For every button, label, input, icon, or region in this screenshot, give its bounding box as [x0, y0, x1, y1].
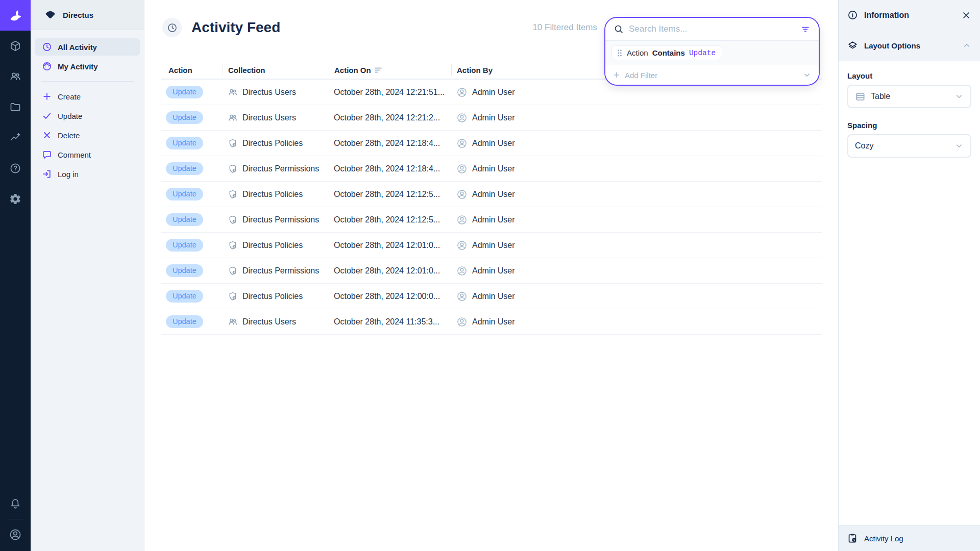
drag-handle-icon[interactable] [617, 49, 623, 57]
project-header[interactable]: Directus [31, 0, 144, 30]
collection-name: Directus Users [242, 113, 296, 122]
sidebar-link-login[interactable]: Log in [35, 164, 140, 184]
policy-icon [228, 189, 238, 199]
action-on-date: October 28th, 2024 12:18:4... [329, 139, 451, 148]
policy-icon [228, 215, 238, 225]
sort-descending-icon[interactable] [375, 67, 382, 73]
sidebar-divider [41, 81, 134, 82]
action-on-date: October 28th, 2024 12:12:5... [329, 190, 451, 199]
chevron-up-icon[interactable] [962, 41, 971, 50]
module-files[interactable] [0, 92, 31, 122]
action-by-user: Admin User [472, 241, 515, 250]
filter-field[interactable]: Action [627, 48, 648, 57]
action-on-date: October 28th, 2024 12:12:5... [329, 215, 451, 224]
table-row[interactable]: Update Directus Users October 28th, 2024… [161, 309, 822, 335]
layout-field-label: Layout [847, 71, 971, 80]
module-docs[interactable] [0, 153, 31, 184]
module-content[interactable] [0, 31, 31, 61]
search-input[interactable] [629, 24, 795, 34]
layout-options-section-header[interactable]: Layout Options [839, 30, 980, 61]
layout-select[interactable]: Table [847, 85, 971, 108]
search-row [605, 18, 819, 40]
sidebar-link-label: Delete [58, 131, 80, 140]
sidebar-link-delete[interactable]: Delete [35, 126, 140, 145]
table-layout-icon [855, 91, 866, 102]
users-icon [9, 70, 21, 83]
action-badge: Update [166, 290, 203, 303]
sidebar-item-my-activity[interactable]: My Activity [35, 58, 140, 75]
add-filter-button[interactable]: Add Filter [605, 65, 819, 85]
module-users[interactable] [0, 61, 31, 92]
users-icon [228, 317, 238, 327]
table-row[interactable]: Update Directus Permissions October 28th… [161, 258, 822, 284]
column-header-action-by[interactable]: Action By [451, 64, 577, 76]
table-row[interactable]: Update Directus Users October 28th, 2024… [161, 105, 822, 131]
filter-value[interactable]: Update [689, 49, 716, 57]
column-header-collection[interactable]: Collection [223, 64, 329, 76]
table-row[interactable]: Update Directus Policies October 28th, 2… [161, 284, 822, 309]
action-by-user: Admin User [472, 164, 515, 173]
activity-log-button[interactable]: Activity Log [839, 525, 980, 551]
user-avatar-icon [456, 214, 468, 226]
sidebar-item-label: All Activity [58, 43, 97, 52]
clock-icon [42, 42, 52, 52]
spacing-select[interactable]: Cozy [847, 134, 971, 158]
sidebar-link-label: Create [58, 92, 81, 101]
sidebar-item-all-activity[interactable]: All Activity [35, 38, 140, 56]
action-badge: Update [166, 111, 203, 124]
filter-chip[interactable]: Action Contains Update [611, 45, 722, 60]
column-header-action-on[interactable]: Action On [329, 64, 451, 76]
table-row[interactable]: Update Directus Policies October 28th, 2… [161, 182, 822, 207]
folder-icon [9, 101, 21, 113]
user-avatar-icon [456, 87, 468, 98]
action-by-user: Admin User [472, 215, 515, 224]
action-badge: Update [166, 188, 203, 201]
sidebar: Directus All Activity My Activity Cre [31, 0, 144, 551]
users-icon [228, 113, 238, 123]
collection-name: Directus Policies [242, 292, 303, 301]
notifications-button[interactable] [0, 491, 31, 516]
table-row[interactable]: Update Directus Policies October 28th, 2… [161, 131, 822, 156]
close-icon[interactable] [961, 10, 971, 20]
plus-icon [612, 71, 621, 79]
action-on-date: October 28th, 2024 12:21:2... [329, 113, 451, 122]
filter-icon[interactable] [800, 24, 811, 34]
collection-name: Directus Users [242, 317, 296, 327]
project-logo-icon [44, 10, 56, 19]
face-icon [42, 61, 52, 71]
action-badge: Update [166, 162, 203, 175]
filtered-items-count: 10 Filtered Items [532, 22, 597, 33]
chevron-down-icon[interactable] [802, 70, 812, 80]
filter-chip-row: Action Contains Update [605, 41, 819, 65]
layout-options-label: Layout Options [864, 41, 920, 50]
table-row[interactable]: Update Directus Permissions October 28th… [161, 207, 822, 233]
information-title: Information [864, 11, 909, 20]
module-bar-bottom [0, 491, 31, 551]
sidebar-link-comment[interactable]: Comment [35, 145, 140, 164]
policy-icon [228, 138, 238, 148]
help-icon [9, 162, 21, 174]
add-filter-label: Add Filter [625, 71, 657, 80]
directus-logo[interactable] [0, 0, 31, 31]
column-header-action[interactable]: Action [161, 64, 223, 76]
activity-log-icon [847, 533, 858, 544]
module-bar [0, 0, 31, 551]
sidebar-link-update[interactable]: Update [35, 106, 140, 126]
user-avatar-icon [456, 189, 468, 200]
gear-icon [9, 193, 21, 205]
sidebar-link-create[interactable]: Create [35, 87, 140, 106]
module-settings[interactable] [0, 184, 31, 214]
action-by-user: Admin User [472, 190, 515, 199]
account-circle-icon [9, 528, 22, 541]
table-row[interactable]: Update Directus Policies October 28th, 2… [161, 233, 822, 258]
filter-operator[interactable]: Contains [652, 48, 685, 57]
collection-name: Directus Policies [242, 139, 303, 148]
comment-icon [42, 149, 52, 160]
search-icon [614, 24, 624, 34]
activity-table: Action Collection Action On Action By Up… [161, 61, 822, 335]
table-row[interactable]: Update Directus Permissions October 28th… [161, 156, 822, 182]
user-menu-avatar[interactable] [0, 522, 31, 547]
users-icon [228, 87, 238, 97]
information-section-header[interactable]: Information [839, 0, 980, 30]
module-insights[interactable] [0, 122, 31, 153]
